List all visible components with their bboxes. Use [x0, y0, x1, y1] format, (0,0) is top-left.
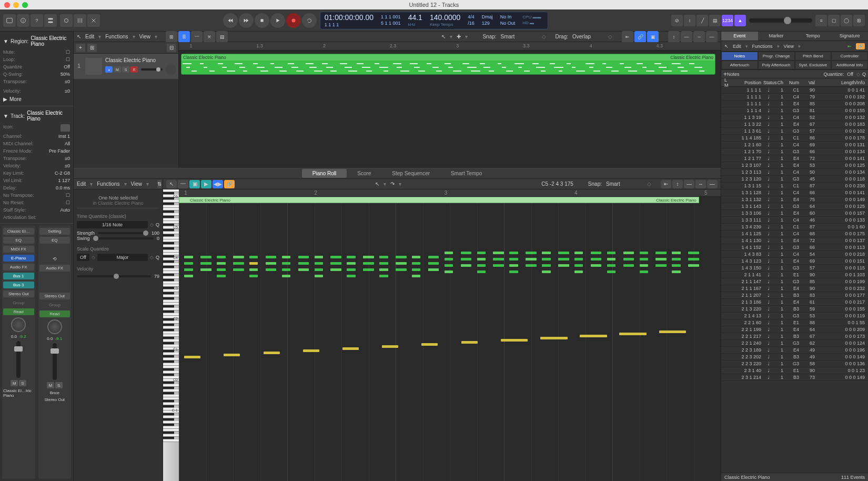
scale-value[interactable]: Major [97, 254, 148, 261]
midi-note[interactable] [266, 268, 277, 271]
event-row[interactable]: 1 2 1 60♩1C4690 0 0 131 [721, 142, 868, 148]
event-length[interactable]: 0 0 1 23 [816, 368, 866, 373]
event-channel[interactable]: 1 [775, 135, 784, 141]
keylim-value[interactable]: C-2 G8 [55, 171, 70, 176]
event-note[interactable]: G3 [784, 265, 800, 270]
midi-note[interactable] [347, 275, 355, 277]
event-length[interactable]: 0 0 0 125 [816, 204, 866, 209]
stop-button[interactable] [255, 13, 269, 28]
scale-on[interactable]: Off [77, 254, 89, 261]
midi-note[interactable] [396, 256, 407, 258]
midi-note[interactable] [445, 252, 453, 254]
more-disclosure[interactable]: ▶ More [3, 95, 70, 104]
col-num[interactable]: Num [784, 80, 800, 85]
time-quantize-value[interactable]: 1/16 Note [77, 221, 148, 228]
midi-note[interactable] [509, 252, 518, 254]
track-mute-button[interactable]: M [114, 66, 121, 73]
midi-note[interactable] [607, 258, 615, 260]
midi-note[interactable] [445, 270, 453, 273]
fullscreen-window-icon[interactable] [22, 2, 28, 8]
midi-note[interactable] [672, 264, 680, 267]
event-list[interactable]: 1 1 1 1♩1C1900 0 1 411 1 1 1♩1C4790 0 0 … [721, 87, 868, 473]
filter-progr-change[interactable]: Progr. Change [758, 52, 795, 61]
midi-note[interactable] [558, 264, 569, 267]
event-channel[interactable]: 1 [775, 340, 784, 346]
event-status[interactable]: ♩ [762, 115, 775, 120]
editor-edit-menu[interactable]: Edit [77, 181, 86, 187]
midi-note[interactable] [640, 252, 648, 254]
event-velocity[interactable]: 53 [800, 313, 816, 318]
strip2-name[interactable]: Setting [39, 228, 70, 235]
event-position[interactable]: 2 1 3 220 [731, 306, 762, 312]
editor-hzoom[interactable]: ↔ [695, 180, 706, 188]
event-channel[interactable]: 1 [775, 293, 784, 298]
event-velocity[interactable]: 68 [800, 231, 816, 236]
event-status[interactable]: ♩ [762, 163, 775, 168]
event-channel[interactable]: 1 [775, 169, 784, 175]
rp-catch-icon[interactable]: ⇤ [847, 44, 852, 49]
strip2-out[interactable]: Stereo Out [39, 293, 70, 299]
event-velocity[interactable]: 86 [800, 135, 816, 141]
event-channel[interactable]: 1 [775, 299, 784, 305]
event-status[interactable]: ♩ [762, 293, 775, 298]
event-position[interactable]: 2 2 3 220 [731, 361, 762, 366]
event-position[interactable]: 1 3 3 111 [731, 217, 762, 223]
event-length[interactable]: 0 0 0 232 [816, 286, 866, 291]
midi-note[interactable] [574, 252, 583, 254]
strip1-solo[interactable]: S [19, 380, 26, 386]
event-channel[interactable]: 1 [775, 279, 784, 284]
event-status[interactable]: ♩ [762, 258, 775, 264]
strip1-eq[interactable]: EQ [3, 237, 34, 244]
event-status[interactable]: ♩ [762, 306, 775, 312]
event-length[interactable]: 0 0 0 178 [816, 135, 866, 141]
event-status[interactable]: ♩ [762, 94, 775, 99]
event-note[interactable]: B3 [784, 375, 800, 380]
loops-button[interactable]: ◯ [841, 15, 852, 26]
list-view-button[interactable]: ≣ [178, 31, 190, 43]
event-velocity[interactable]: 69 [800, 258, 816, 264]
strip1-bus2[interactable]: Bus 3 [3, 282, 34, 288]
minimize-window-icon[interactable] [13, 2, 19, 8]
midi-note[interactable] [640, 264, 648, 267]
noreset-checkbox[interactable]: ☐ [66, 200, 70, 205]
midi-note[interactable] [249, 268, 258, 271]
lcd-sample-rate[interactable]: 44.1 [408, 13, 422, 22]
event-position[interactable]: 1 4 3 123 [731, 258, 762, 264]
midi-note[interactable] [249, 262, 258, 265]
grid-view-button[interactable]: ⊞ [166, 31, 177, 43]
editor-hzoom-slider[interactable]: — [707, 180, 718, 188]
filter-poly-aftertouch[interactable]: Poly Aftertouch [758, 61, 795, 69]
event-note[interactable]: C4 [784, 115, 800, 120]
event-channel[interactable]: 1 [775, 211, 784, 216]
midi-note-bass[interactable] [184, 356, 200, 358]
event-position[interactable]: 1 4 3 83 [731, 252, 762, 257]
event-status[interactable]: ♩ [762, 135, 775, 141]
event-velocity[interactable]: 57 [800, 265, 816, 270]
event-row[interactable]: 1 1 1 1♩1C1900 0 1 41 [721, 87, 868, 94]
event-length[interactable]: 0 0 0 173 [816, 334, 866, 339]
midi-note[interactable] [558, 252, 569, 254]
rewind-button[interactable] [223, 13, 238, 28]
event-status[interactable]: ♩ [762, 108, 775, 113]
editor-vzoom-slider[interactable]: — [684, 180, 694, 188]
midi-note[interactable] [509, 258, 518, 260]
event-velocity[interactable]: 64 [800, 327, 816, 332]
event-note[interactable]: G3 [784, 108, 800, 113]
col-ch[interactable]: Ch [775, 80, 784, 85]
editor-tab-step-sequencer[interactable]: Step Sequencer [381, 169, 440, 178]
strip1-automation[interactable]: Read [3, 308, 34, 315]
event-position[interactable]: 1 3 4 239 [731, 224, 762, 229]
swing-slider[interactable] [93, 237, 154, 239]
event-note[interactable]: E1 [784, 368, 800, 373]
track-icon-picker[interactable] [60, 124, 70, 132]
midi-note-bass[interactable] [264, 352, 280, 354]
editor-catch-button[interactable]: ⇤ [661, 180, 671, 188]
midi-note[interactable] [363, 268, 374, 271]
pointer-tool-2-icon[interactable]: ↖ [375, 181, 379, 187]
pointer-tool-icon[interactable]: ↖ [441, 34, 446, 39]
event-status[interactable]: ♩ [762, 190, 775, 195]
event-velocity[interactable]: 67 [800, 122, 816, 127]
filter-controller[interactable]: Controller [831, 52, 868, 61]
midi-note[interactable] [672, 258, 680, 260]
event-position[interactable]: 1 2 1 77 [731, 156, 762, 161]
